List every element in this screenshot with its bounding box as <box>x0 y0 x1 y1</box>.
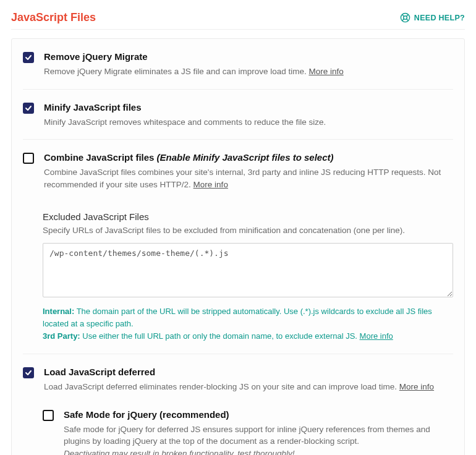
setting-title: Load JavaScript deferred <box>44 367 453 377</box>
setting-title: Minify JavaScript files <box>44 102 453 113</box>
hint-3p-label: 3rd Party: <box>43 331 80 341</box>
setting-combine-js: Combine JavaScript files (Enable Minify … <box>23 140 453 354</box>
help-icon <box>400 12 410 23</box>
need-help-link[interactable]: NEED HELP? <box>400 12 465 23</box>
setting-desc: Remove jQuery Migrate eliminates a JS fi… <box>44 66 453 78</box>
setting-notice: (Enable Minify JavaScript files to selec… <box>157 152 334 163</box>
setting-desc: Combine JavaScript files combines your s… <box>44 166 453 190</box>
checkbox-combine-js[interactable] <box>23 153 34 164</box>
more-info-link[interactable]: More info <box>193 180 228 189</box>
svg-line-4 <box>402 19 404 20</box>
excluded-js-label: Excluded JavaScript Files <box>43 211 453 222</box>
setting-title: Combine JavaScript files (Enable Minify … <box>44 152 453 163</box>
setting-desc: Safe mode for jQuery for deferred JS ens… <box>64 423 453 455</box>
setting-title: Remove jQuery Migrate <box>44 51 453 62</box>
svg-line-2 <box>402 15 404 17</box>
checkbox-minify-js[interactable] <box>23 103 34 114</box>
hint-internal-label: Internal: <box>43 307 74 316</box>
check-icon <box>25 369 32 376</box>
need-help-label: NEED HELP? <box>414 14 465 22</box>
setting-defer-js: Load JavaScript deferred Load JavaScript… <box>23 354 453 455</box>
svg-line-5 <box>406 19 408 20</box>
more-info-link[interactable]: More info <box>360 331 393 341</box>
setting-remove-jquery-migrate: Remove jQuery Migrate Remove jQuery Migr… <box>23 39 453 90</box>
checkbox-remove-jquery-migrate[interactable] <box>23 52 34 63</box>
excluded-js-textarea[interactable] <box>43 243 453 297</box>
setting-title: Safe Mode for jQuery (recommended) <box>64 409 453 420</box>
setting-minify-js: Minify JavaScript files Minify JavaScrip… <box>23 90 453 140</box>
excluded-js-hints: Internal: The domain part of the URL wil… <box>43 305 453 342</box>
check-icon <box>25 104 32 112</box>
excluded-js-sublabel: Specify URLs of JavaScript files to be e… <box>43 224 453 237</box>
more-info-link[interactable]: More info <box>308 67 343 76</box>
checkbox-defer-js[interactable] <box>23 367 34 378</box>
svg-line-3 <box>406 15 408 17</box>
section-title: JavaScript Files <box>11 11 96 24</box>
checkbox-safe-mode-jquery[interactable] <box>43 410 54 421</box>
setting-desc: Minify JavaScript removes whitespace and… <box>44 116 453 129</box>
more-info-link[interactable]: More info <box>399 382 434 391</box>
check-icon <box>25 54 32 61</box>
section-header: JavaScript Files NEED HELP? <box>11 11 465 30</box>
settings-panel: Remove jQuery Migrate Remove jQuery Migr… <box>11 38 465 455</box>
setting-warning: Deactivating may result in broken functi… <box>64 449 294 455</box>
setting-desc: Load JavaScript deferred eliminates rend… <box>44 381 453 393</box>
